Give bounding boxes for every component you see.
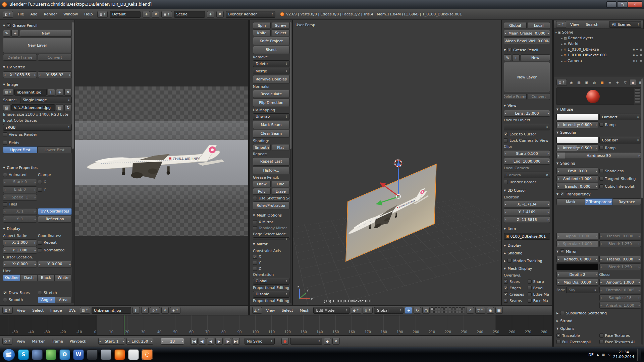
active-image-name[interactable]: Unbenannt.jpg bbox=[92, 307, 131, 314]
renderability-icon[interactable] bbox=[640, 59, 642, 62]
menubar-item[interactable]: File bbox=[15, 9, 26, 19]
gloss-amount-field[interactable]: Amount: 1.000 bbox=[599, 279, 641, 286]
gloss-samples-field[interactable]: Samples: 18 bbox=[599, 294, 641, 301]
uv-outline-button[interactable]: Outline bbox=[3, 275, 20, 281]
fake-user-button[interactable]: F bbox=[132, 307, 140, 314]
filepath-icon-button[interactable]: ▨ bbox=[3, 104, 10, 111]
delete-scene-button[interactable]: ✕ bbox=[216, 11, 224, 18]
visibility-eye-icon[interactable] bbox=[633, 54, 635, 57]
snap-magnet-button[interactable]: ∪ bbox=[161, 307, 169, 314]
specular-shader-select[interactable]: CookTorr bbox=[599, 137, 641, 143]
reflection-button[interactable]: Reflection bbox=[38, 216, 72, 223]
cursor-y-field[interactable]: Y: 1.4169 bbox=[504, 208, 550, 215]
scrollbar[interactable] bbox=[641, 78, 643, 345]
smooth-checkbox[interactable]: Smooth bbox=[3, 297, 37, 303]
visibility-eye-icon[interactable] bbox=[633, 48, 635, 51]
outliner-item[interactable]: ◅ Camera bbox=[554, 58, 644, 64]
checkbox-icon[interactable] bbox=[507, 259, 512, 263]
orientation-menu[interactable]: Global bbox=[253, 278, 289, 285]
tab-modifiers[interactable] bbox=[614, 79, 621, 86]
hardness-slider[interactable]: Hardness: 50 bbox=[556, 152, 641, 159]
spin-button[interactable]: Spin bbox=[253, 22, 271, 29]
face-textures-alpha-checkbox[interactable]: Face Textures Al bbox=[599, 339, 641, 345]
uv-dash-button[interactable]: Dash bbox=[20, 275, 38, 281]
mirror-depth-field[interactable]: Depth: 2 bbox=[556, 271, 598, 278]
renderability-icon[interactable] bbox=[640, 54, 642, 57]
outliner-scope-select[interactable]: All Scenes bbox=[609, 21, 641, 28]
new-image-button[interactable]: + bbox=[56, 89, 63, 96]
specular-ramp-checkbox[interactable]: Ramp bbox=[599, 145, 641, 150]
panel-mesh-options[interactable]: Mesh Options bbox=[253, 212, 289, 219]
snap-magnet-button[interactable]: ∪ bbox=[467, 307, 474, 314]
layer-buttons-group-1[interactable] bbox=[431, 307, 447, 314]
layer-buttons-group-2[interactable] bbox=[449, 307, 465, 314]
editor-type-button[interactable]: ▨↕ bbox=[2, 307, 13, 314]
visibility-eye-icon[interactable] bbox=[633, 59, 635, 62]
selectability-icon[interactable] bbox=[636, 54, 638, 57]
scrollbar[interactable] bbox=[290, 22, 291, 303]
select-button[interactable]: Select bbox=[272, 29, 289, 36]
record-button[interactable]: ● bbox=[281, 338, 289, 345]
gp-erase-button[interactable]: Erase bbox=[272, 188, 289, 195]
panel-diffuse[interactable]: Diffuse bbox=[556, 106, 641, 113]
lock-to-cursor-checkbox[interactable]: Lock to Cursor bbox=[504, 131, 550, 137]
add-pencil-button[interactable]: + bbox=[11, 30, 19, 37]
aspect-x-field[interactable]: X: 1.000 bbox=[3, 239, 37, 246]
grease-convert-button[interactable]: Convert bbox=[38, 54, 72, 61]
diffuse-intensity-slider[interactable]: Intensity: 0.800 bbox=[556, 121, 598, 128]
panel-subsurface-scattering[interactable]: Subsurface Scattering bbox=[556, 310, 641, 316]
view3d-menu-item[interactable]: Mesh bbox=[297, 306, 312, 315]
local-button[interactable]: Local bbox=[528, 22, 550, 29]
volume-icon[interactable]: ◁ bbox=[608, 353, 610, 356]
timeline-menu-item[interactable]: Playback bbox=[67, 336, 89, 347]
specular-intensity-slider[interactable]: Intensity: 0.500 bbox=[556, 144, 598, 151]
game-speed-field[interactable]: Speed: 1 bbox=[3, 194, 37, 201]
close-button[interactable]: ✕ bbox=[628, 1, 642, 8]
tab-material[interactable] bbox=[630, 79, 636, 86]
maximize-button[interactable]: ▢ bbox=[617, 1, 627, 8]
expand-icon[interactable] bbox=[561, 53, 562, 57]
selectability-icon[interactable] bbox=[636, 59, 638, 62]
lower-first-button[interactable]: Lower First bbox=[37, 146, 72, 153]
manipulator-rotate-button[interactable]: ↻ bbox=[414, 307, 421, 314]
uv-coordinates-button[interactable]: UV Coordinates bbox=[38, 208, 72, 215]
frame-start-field[interactable]: Start: 1 bbox=[98, 338, 125, 345]
preview-type-buttons[interactable] bbox=[634, 88, 641, 105]
mask-button[interactable]: Mask bbox=[556, 198, 585, 205]
repeat-last-button[interactable]: Repeat Last bbox=[253, 157, 289, 166]
upper-first-button[interactable]: Upper First bbox=[3, 146, 38, 153]
tangent-shading-checkbox[interactable]: Tangent Shading bbox=[599, 176, 641, 181]
editor-type-button[interactable]: ◭↕ bbox=[252, 307, 262, 314]
scrollbar[interactable] bbox=[72, 22, 74, 303]
tab-render[interactable] bbox=[568, 79, 575, 86]
game-end-field[interactable]: End: 0 bbox=[3, 186, 37, 193]
current-frame-field[interactable]: 18 bbox=[161, 338, 184, 345]
image-browse-button[interactable]: ▨↕ bbox=[3, 89, 13, 96]
ambient-field[interactable]: Ambient: 1.000 bbox=[556, 175, 598, 182]
expand-icon[interactable] bbox=[561, 59, 562, 63]
panel-options[interactable]: Options bbox=[556, 325, 641, 332]
panel-game-properties[interactable]: Game Properties bbox=[3, 165, 72, 171]
outliner-item[interactable]: ▽ 1_0100_DBkekse.001 bbox=[554, 52, 644, 58]
edge-select-mode-menu[interactable] bbox=[253, 237, 289, 240]
taskbar-blender-icon[interactable] bbox=[142, 349, 153, 360]
view3d-menu-item[interactable]: View bbox=[263, 306, 277, 315]
cubic-interpolation-checkbox[interactable]: Cubic Interpolati bbox=[599, 184, 641, 189]
clip-start-field[interactable]: Start: 0.100 bbox=[504, 150, 550, 157]
expand-icon[interactable] bbox=[561, 36, 562, 40]
fade-to-select[interactable]: Sky bbox=[566, 287, 598, 293]
add-pencil-button[interactable]: + bbox=[512, 54, 520, 61]
taskbar-app-icon[interactable] bbox=[128, 349, 139, 360]
screen-layout-icon-button[interactable]: ▦↕ bbox=[97, 11, 108, 18]
mirror-color-swatch[interactable] bbox=[556, 263, 598, 270]
face-textures-checkbox[interactable]: Face Textures bbox=[599, 333, 641, 338]
bevel-checkbox[interactable]: Bevel bbox=[528, 285, 550, 291]
panel-display[interactable]: Display bbox=[3, 226, 72, 232]
uv-menu-item[interactable]: Image bbox=[48, 306, 64, 315]
panel-transparency[interactable]: Transparency bbox=[556, 191, 641, 197]
image-name-field[interactable]: nbenannt.jpg bbox=[14, 89, 47, 96]
angle-button[interactable]: Angle bbox=[38, 297, 55, 303]
transparency-blend-field[interactable]: Blend: 1.250 bbox=[599, 240, 641, 247]
panel-view[interactable]: View bbox=[504, 102, 550, 109]
view3d-menu-item[interactable]: Select bbox=[279, 306, 296, 315]
